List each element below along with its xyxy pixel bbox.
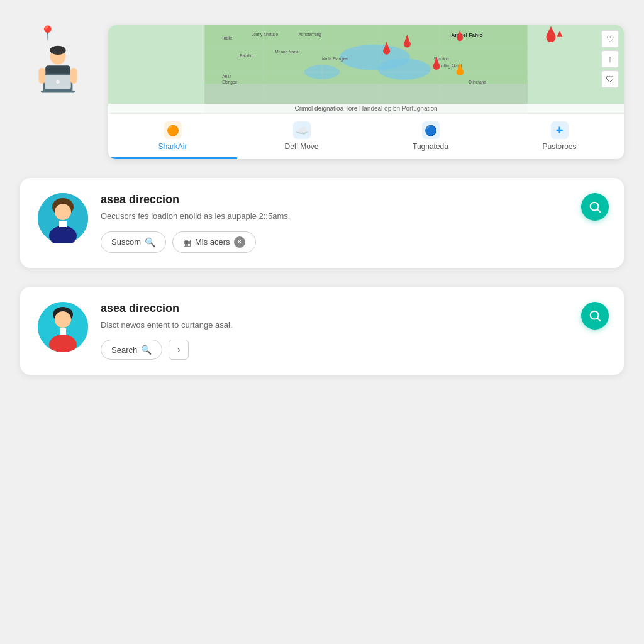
svg-rect-57 <box>60 328 66 335</box>
user-illustration: 📍 <box>20 25 96 101</box>
misacers-close-icon[interactable]: ✕ <box>234 236 245 248</box>
page-wrapper: 📍 <box>20 25 624 375</box>
svg-point-55 <box>55 311 71 328</box>
svg-text:Indie: Indie <box>222 35 232 41</box>
tab-deflmove[interactable]: ☁️ Defl Move <box>237 114 366 159</box>
avatar-2 <box>38 302 88 352</box>
suscom-search-icon: 🔍 <box>145 237 155 247</box>
top-section: 📍 <box>20 25 624 159</box>
svg-text:Manno Nada: Manno Nada <box>275 50 299 54</box>
card-1: asea direccion Oecusors fes loadion enol… <box>20 178 624 268</box>
card-1-description: Oecusors fes loadion enolid as les aupap… <box>101 210 606 223</box>
card-1-search-fab[interactable] <box>581 193 609 221</box>
arrow-icon: › <box>177 344 180 355</box>
tab-sharkair[interactable]: 🟠 SharkAir <box>108 114 237 159</box>
search-icon: 🔍 <box>141 345 152 355</box>
svg-rect-7 <box>38 68 45 84</box>
location-pin-icon: 📍 <box>39 25 56 42</box>
sharkair-icon: 🟠 <box>164 121 182 139</box>
svg-point-45 <box>547 33 556 42</box>
svg-point-43 <box>457 69 464 75</box>
card-2-title: asea direccion <box>101 302 606 315</box>
misacers-button[interactable]: ▦ Mis acers ✕ <box>172 231 256 253</box>
svg-point-39 <box>404 40 411 47</box>
map-area[interactable]: Indie Jonhy Nrotuco Abnctamting Aingel F… <box>108 25 624 113</box>
pustoroes-icon: + <box>551 121 569 139</box>
tab-tugnateda[interactable]: 🔵 Tugnateda <box>366 114 495 159</box>
svg-text:Na la Elangee: Na la Elangee <box>322 57 348 62</box>
search-label: Search <box>111 345 137 355</box>
map-controls: ♡ ↑ 🛡 <box>601 30 619 88</box>
card-1-title: asea direccion <box>101 193 606 206</box>
card-1-content: asea direccion Oecusors fes loadion enol… <box>101 193 606 253</box>
map-card: Indie Jonhy Nrotuco Abnctamting Aingel F… <box>108 25 624 159</box>
svg-text:Elangee: Elangee <box>222 80 237 85</box>
suscom-label: Suscom <box>111 237 141 247</box>
svg-rect-8 <box>70 68 77 84</box>
svg-marker-35 <box>557 31 562 36</box>
arrow-button[interactable]: › <box>169 340 189 360</box>
card-2-actions: Search 🔍 › <box>101 340 606 360</box>
card-2: asea direccion Disct newos entent to cur… <box>20 287 624 375</box>
svg-point-37 <box>383 47 390 54</box>
svg-point-11 <box>378 58 431 80</box>
svg-line-52 <box>597 209 600 212</box>
tab-pustoroes[interactable]: + Pustoroes <box>495 114 624 159</box>
map-tabs: 🟠 SharkAir ☁️ Defl Move 🔵 Tugnateda + Pu… <box>108 113 624 159</box>
svg-text:Aingel Fahio: Aingel Fahio <box>451 32 482 38</box>
tugnateda-icon: 🔵 <box>422 121 440 139</box>
card-1-actions: Suscom 🔍 ▦ Mis acers ✕ <box>101 231 606 253</box>
svg-text:Baodim: Baodim <box>240 53 253 58</box>
misacers-label: Mis acers <box>195 237 230 247</box>
svg-text:An la: An la <box>222 74 231 79</box>
card-2-content: asea direccion Disct newos entent to cur… <box>101 302 606 360</box>
map-svg: Indie Jonhy Nrotuco Abnctamting Aingel F… <box>108 25 624 113</box>
svg-point-41 <box>433 63 440 70</box>
map-up-btn[interactable]: ↑ <box>601 50 619 68</box>
svg-line-59 <box>597 318 600 321</box>
svg-text:Dlinetana: Dlinetana <box>469 80 486 84</box>
svg-rect-6 <box>41 91 75 93</box>
map-caption: Crimol deignatioa Tore Handeal op bn Por… <box>108 104 624 113</box>
card-2-search-fab[interactable] <box>581 302 609 330</box>
svg-text:Abnctamting: Abnctamting <box>299 32 322 37</box>
map-favorite-btn[interactable]: ♡ <box>601 30 619 48</box>
search-button[interactable]: Search 🔍 <box>101 340 162 360</box>
map-shield-btn[interactable]: 🛡 <box>601 70 619 88</box>
deflmove-icon: ☁️ <box>293 121 311 139</box>
svg-point-1 <box>50 46 65 55</box>
svg-text:Jonhy Nrotuco: Jonhy Nrotuco <box>252 32 278 37</box>
avatar-1 <box>38 193 88 243</box>
svg-point-48 <box>55 204 71 220</box>
misacers-grid-icon: ▦ <box>183 237 191 247</box>
svg-rect-50 <box>59 221 67 227</box>
person-figure <box>33 44 83 101</box>
suscom-button[interactable]: Suscom 🔍 <box>101 231 166 253</box>
svg-point-5 <box>56 80 59 84</box>
svg-point-34 <box>457 35 463 41</box>
card-2-description: Disct newos entent to curtange asal. <box>101 319 606 331</box>
